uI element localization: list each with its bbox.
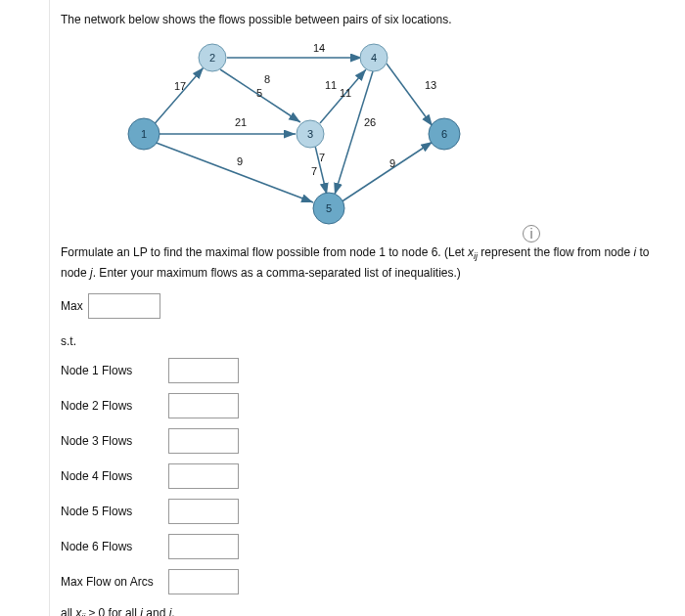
nn-pre: all (61, 606, 75, 616)
network-diagram: 1 2 3 4 5 6 17 21 9 5 8 14 11 11 7 (119, 36, 472, 232)
input-node3[interactable] (168, 428, 239, 454)
intro-text: The network below shows the flows possib… (61, 12, 673, 28)
formulate-pre: Formulate an LP to find the maximal flow… (61, 245, 468, 259)
row-node3: Node 3 Flows (61, 428, 673, 454)
objective-input[interactable] (88, 293, 160, 319)
edge-label-11a: 11 (325, 79, 337, 91)
node-2-label: 2 (209, 52, 215, 64)
label-node6: Node 6 Flows (61, 540, 168, 553)
edge-4-6 (387, 64, 433, 126)
node-1-label: 1 (141, 128, 147, 140)
node-4-label: 4 (371, 52, 377, 64)
label-node2: Node 2 Flows (61, 399, 168, 413)
edge-label-11b: 11 (340, 87, 351, 99)
node-3-label: 3 (307, 128, 313, 140)
edge-label-17: 17 (174, 80, 186, 92)
edge-label-5: 5 (256, 87, 262, 99)
edge-label-21: 21 (235, 116, 247, 128)
label-arcs: Max Flow on Arcs (61, 575, 168, 589)
label-node5: Node 5 Flows (61, 505, 168, 518)
edge-label-9b: 9 (389, 157, 395, 169)
row-node6: Node 6 Flows (61, 534, 673, 559)
input-node2[interactable] (168, 393, 239, 418)
input-node5[interactable] (168, 499, 239, 524)
question-card: The network below shows the flows possib… (0, 0, 685, 616)
edge-5-6 (341, 142, 433, 202)
content-area: The network below shows the flows possib… (49, 0, 685, 616)
nn-end: . (171, 606, 174, 616)
formulate-text: Formulate an LP to find the maximal flow… (61, 243, 673, 282)
info-icon[interactable]: i (523, 225, 540, 242)
st-label: s.t. (61, 334, 673, 348)
input-node6[interactable] (168, 534, 239, 559)
formulate-post: represent the flow from node (478, 245, 633, 259)
edge-1-2 (152, 67, 204, 127)
edge-label-14: 14 (313, 42, 325, 54)
label-node3: Node 3 Flows (61, 434, 168, 448)
node-5-label: 5 (326, 202, 332, 214)
edge-1-5 (154, 142, 313, 202)
formulate-end: . Enter your maximum flows as a comma-se… (93, 266, 461, 280)
edge-label-9a: 9 (237, 155, 243, 167)
edge-label-7a: 7 (319, 152, 325, 163)
obj-label: Max (61, 299, 88, 313)
row-node2: Node 2 Flows (61, 393, 673, 418)
nn-mid: ≥ 0 for all (85, 606, 140, 616)
label-node1: Node 1 Flows (61, 364, 168, 377)
row-arcs: Max Flow on Arcs (61, 569, 673, 594)
input-node4[interactable] (168, 463, 239, 489)
node-6-label: 6 (441, 128, 447, 140)
nn-and: and (143, 606, 169, 616)
edge-label-7b: 7 (311, 165, 317, 177)
left-gutter (0, 0, 50, 616)
objective-row: Max (61, 293, 673, 319)
edge-label-26: 26 (364, 116, 376, 128)
row-node4: Node 4 Flows (61, 463, 673, 489)
input-arcs[interactable] (168, 569, 239, 594)
label-node4: Node 4 Flows (61, 469, 168, 483)
edge-label-13: 13 (425, 79, 436, 91)
input-node1[interactable] (168, 358, 239, 383)
row-node1: Node 1 Flows (61, 358, 673, 383)
nonneg-constraint: all xij ≥ 0 for all i and j. (61, 606, 673, 616)
row-node5: Node 5 Flows (61, 499, 673, 524)
edge-label-8: 8 (264, 73, 270, 85)
